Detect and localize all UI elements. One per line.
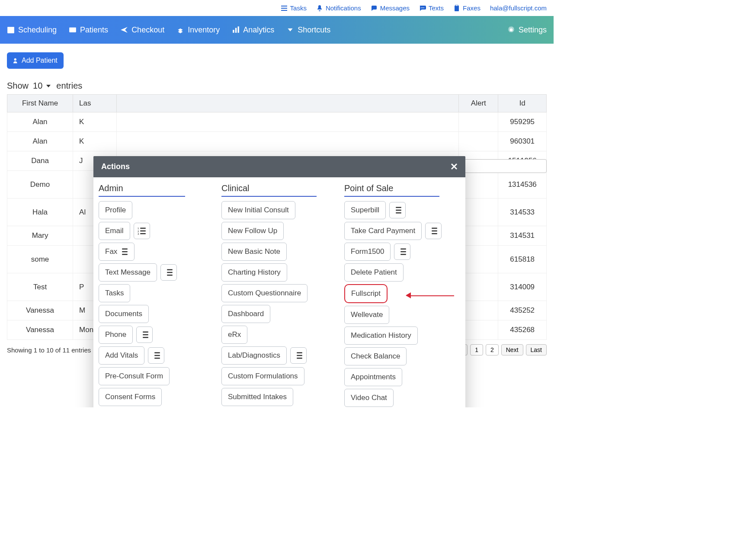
action-custom-questionnaire[interactable]: Custom Questionnaire	[221, 284, 308, 302]
search-input[interactable]	[456, 159, 547, 173]
svg-rect-35	[297, 352, 302, 354]
action-phone[interactable]: Phone	[99, 326, 133, 344]
svg-rect-23	[122, 249, 128, 250]
action-consent-forms[interactable]: Consent Forms	[99, 388, 162, 406]
svg-rect-42	[432, 230, 438, 232]
page-last[interactable]: Last	[526, 344, 547, 355]
action-lab-diagnostics[interactable]: Lab/Diagnostics	[221, 346, 287, 365]
col-alert[interactable]: Alert	[459, 95, 498, 112]
col-first-name[interactable]: First Name	[7, 95, 73, 112]
col-gap	[117, 95, 459, 112]
action-email-ext[interactable]: 123	[134, 223, 150, 239]
cell-first-name: Dana	[7, 151, 73, 171]
svg-rect-18	[140, 230, 146, 232]
action-submitted-intakes[interactable]: Submitted Intakes	[221, 388, 293, 406]
svg-rect-26	[167, 269, 173, 271]
top-user-email[interactable]: hala@fullscript.com	[490, 4, 547, 12]
svg-rect-38	[396, 207, 401, 208]
action-video-chat[interactable]: Video Chat	[344, 389, 394, 407]
action-take-card-payment[interactable]: Take Card Payment	[344, 222, 422, 240]
svg-rect-29	[143, 332, 148, 333]
modal-title: Actions	[101, 162, 130, 171]
bell-icon	[316, 5, 323, 12]
cell-first-name: some	[7, 246, 73, 273]
svg-rect-39	[396, 210, 401, 211]
action-custom-formulations[interactable]: Custom Formulations	[221, 367, 304, 385]
nav-inventory[interactable]: Inventory	[176, 26, 220, 35]
action-preconsult-form[interactable]: Pre-Consult Form	[99, 367, 170, 385]
action-fullscript[interactable]: Fullscript	[344, 284, 388, 303]
svg-rect-41	[432, 228, 438, 229]
action-text-message[interactable]: Text Message	[99, 263, 157, 282]
svg-rect-1	[281, 8, 287, 9]
action-wellevate[interactable]: Wellevate	[344, 306, 389, 324]
top-messages-link[interactable]: Messages	[371, 4, 410, 12]
admin-heading: Admin	[99, 183, 185, 197]
action-erx[interactable]: eRx	[221, 326, 247, 344]
modal-close-button[interactable]	[451, 163, 458, 171]
action-check-balance[interactable]: Check Balance	[344, 347, 407, 365]
cell-gap	[117, 112, 459, 132]
add-patient-button[interactable]: Add Patient	[7, 52, 64, 69]
action-appointments[interactable]: Appointments	[344, 368, 402, 386]
action-form1500[interactable]: Form1500	[344, 243, 391, 261]
nav-analytics[interactable]: Analytics	[232, 26, 274, 35]
top-notifications-link[interactable]: Notifications	[316, 4, 361, 12]
svg-rect-46	[401, 254, 407, 255]
action-delete-patient[interactable]: Delete Patient	[344, 263, 404, 282]
list-ol-icon	[119, 247, 128, 256]
nav-inventory-label: Inventory	[188, 26, 220, 35]
action-form1500-ext[interactable]	[394, 243, 410, 260]
action-lab-diagnostics-ext[interactable]	[290, 347, 307, 364]
top-tasks-link[interactable]: Tasks	[281, 4, 307, 12]
page-1[interactable]: 1	[470, 344, 483, 355]
table-row[interactable]: AlanK959295	[7, 112, 547, 132]
cell-alert	[459, 112, 498, 132]
pos-heading: Point of Sale	[344, 183, 439, 197]
cell-first-name: Demo	[7, 171, 73, 198]
page-next[interactable]: Next	[501, 344, 523, 355]
action-dashboard[interactable]: Dashboard	[221, 305, 270, 323]
nav-settings[interactable]: Settings	[507, 26, 547, 35]
nav-shortcuts[interactable]: Shortcuts	[286, 26, 330, 35]
table-info: Showing 1 to 10 of 11 entries	[7, 346, 91, 354]
nav-patients[interactable]: Patients	[69, 26, 108, 35]
top-notifications-label: Notifications	[326, 4, 361, 12]
page-length-select[interactable]: 10	[33, 81, 52, 91]
action-superbill[interactable]: Superbill	[344, 201, 386, 219]
nav-analytics-label: Analytics	[243, 26, 274, 35]
list-ol-icon	[164, 268, 173, 277]
col-id[interactable]: Id	[498, 95, 547, 112]
svg-rect-44	[401, 249, 407, 250]
action-medication-history[interactable]: Medication History	[344, 327, 418, 345]
action-text-message-ext[interactable]	[160, 264, 177, 281]
nav-scheduling[interactable]: Scheduling	[7, 26, 57, 35]
svg-point-11	[70, 29, 72, 31]
page-2[interactable]: 2	[486, 344, 499, 355]
top-faxes-label: Faxes	[463, 4, 481, 12]
top-texts-link[interactable]: Texts	[419, 4, 444, 12]
svg-rect-40	[396, 212, 401, 214]
action-new-basic-note[interactable]: New Basic Note	[221, 243, 287, 261]
top-faxes-link[interactable]: Faxes	[453, 4, 481, 12]
action-tasks[interactable]: Tasks	[99, 284, 130, 302]
action-phone-ext[interactable]	[136, 327, 153, 343]
length-value: 10	[33, 81, 42, 91]
action-fax[interactable]: Fax	[99, 243, 135, 261]
action-new-follow-up[interactable]: New Follow Up	[221, 222, 284, 240]
action-add-vitals-ext[interactable]	[148, 347, 164, 364]
action-documents[interactable]: Documents	[99, 305, 149, 323]
action-email[interactable]: Email	[99, 222, 130, 240]
svg-rect-33	[154, 355, 160, 356]
cell-id: 615818	[498, 246, 547, 273]
action-new-initial-consult[interactable]: New Initial Consult	[221, 201, 295, 219]
action-take-card-payment-ext[interactable]	[425, 223, 442, 239]
nav-checkout[interactable]: Checkout	[120, 26, 164, 35]
table-row[interactable]: AlanK960301	[7, 132, 547, 151]
col-last-name[interactable]: Las	[73, 95, 117, 112]
action-add-vitals[interactable]: Add Vitals	[99, 346, 144, 365]
action-charting-history[interactable]: Charting History	[221, 263, 287, 282]
svg-rect-0	[281, 6, 287, 6]
action-superbill-ext[interactable]	[389, 202, 406, 218]
action-profile[interactable]: Profile	[99, 201, 132, 219]
